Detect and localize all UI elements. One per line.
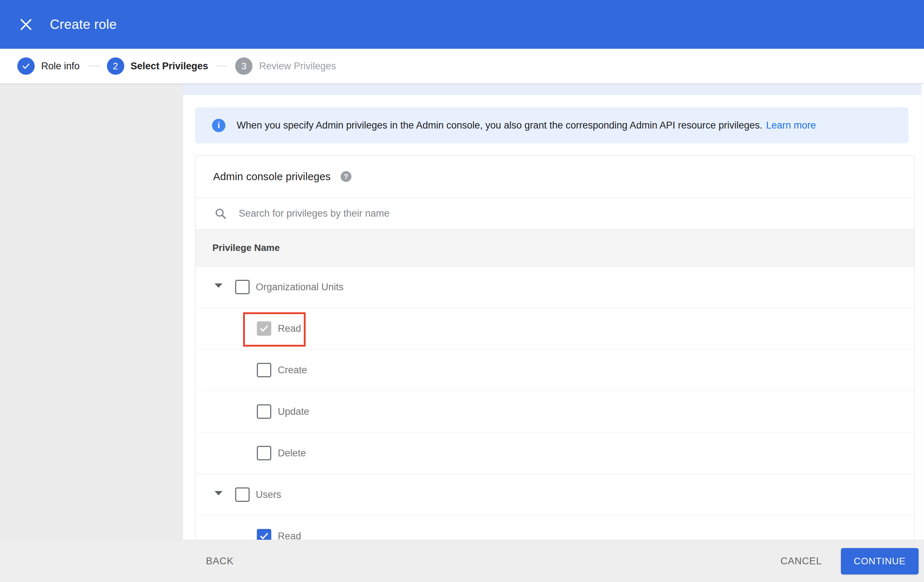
- unchecked-checkbox-users[interactable]: [235, 487, 249, 502]
- step-label: Role info: [41, 61, 80, 72]
- privilege-label: Read: [278, 308, 301, 349]
- learn-more-link[interactable]: Learn more: [766, 120, 816, 131]
- info-banner-text: When you specify Admin privileges in the…: [237, 120, 762, 131]
- checked-checkbox-read[interactable]: [257, 529, 271, 540]
- info-banner: i When you specify Admin privileges in t…: [195, 107, 909, 143]
- privilege-table-header: Privilege Name: [195, 230, 914, 267]
- help-icon[interactable]: ?: [341, 171, 351, 182]
- unchecked-checkbox-create[interactable]: [257, 363, 271, 377]
- privilege-search-row: [195, 198, 914, 230]
- column-header-privilege-name: Privilege Name: [213, 242, 280, 254]
- card-title: Admin console privileges: [213, 171, 331, 183]
- cancel-button[interactable]: CANCEL: [780, 540, 822, 582]
- privilege-row-organizational-units: Organizational Units: [195, 267, 914, 308]
- admin-privileges-card: Admin console privileges ? Privilege Nam…: [195, 155, 915, 540]
- privilege-row-update: Update: [195, 391, 914, 432]
- check-icon: [258, 530, 270, 540]
- checked-checkbox-read[interactable]: [257, 322, 271, 336]
- privilege-label: Users: [256, 474, 281, 515]
- dialog-footer: BACK CANCEL CONTINUE: [0, 540, 924, 582]
- expand-caret-icon[interactable]: [214, 491, 223, 495]
- privilege-row-users: Users: [195, 474, 914, 516]
- card-title-row: Admin console privileges ?: [195, 156, 914, 198]
- step-connector: [216, 66, 227, 66]
- search-icon: [214, 207, 227, 220]
- privilege-row-delete: Delete: [195, 432, 914, 474]
- unchecked-checkbox-update[interactable]: [257, 404, 271, 419]
- step-number: 3: [235, 58, 252, 75]
- step-connector: [88, 66, 99, 66]
- check-icon: [258, 323, 270, 334]
- privilege-label: Update: [278, 391, 309, 432]
- close-icon[interactable]: [18, 16, 34, 33]
- privilege-row-read: Read: [195, 308, 914, 350]
- left-panel: [0, 84, 183, 540]
- privilege-label: Read: [278, 516, 301, 540]
- privilege-label: Create: [278, 350, 307, 391]
- continue-button[interactable]: CONTINUE: [841, 548, 919, 574]
- info-icon: i: [212, 119, 225, 132]
- unchecked-checkbox-delete[interactable]: [257, 446, 271, 460]
- privilege-row-create: Create: [195, 350, 914, 391]
- privilege-row-read: Read: [195, 516, 914, 540]
- expand-caret-icon[interactable]: [214, 284, 223, 288]
- step-select-privileges[interactable]: 2 Select Privileges: [107, 58, 208, 75]
- privilege-label: Organizational Units: [256, 267, 343, 308]
- scrolled-content-strip: [183, 84, 921, 95]
- main-content: i When you specify Admin privileges in t…: [183, 84, 924, 540]
- scrollbar-track: [921, 84, 924, 540]
- privilege-search-input[interactable]: [238, 208, 817, 219]
- stepper: Role info 2 Select Privileges 3 Review P…: [0, 49, 924, 84]
- create-role-dialog: Create role Role info 2 Select Privilege…: [0, 0, 924, 582]
- step-role-info[interactable]: Role info: [17, 58, 80, 75]
- privilege-label: Delete: [278, 432, 306, 474]
- step-complete-check-icon: [17, 58, 35, 75]
- step-number: 2: [107, 58, 124, 75]
- page-title: Create role: [50, 17, 117, 32]
- dialog-header: Create role: [0, 0, 924, 49]
- back-button[interactable]: BACK: [206, 540, 234, 582]
- step-label: Review Privileges: [259, 61, 336, 72]
- privilege-rows: Organizational UnitsReadCreateUpdateDele…: [195, 267, 914, 540]
- step-label: Select Privileges: [131, 61, 208, 72]
- step-review-privileges: 3 Review Privileges: [235, 58, 336, 75]
- close-x-glyph: [19, 18, 33, 31]
- unchecked-checkbox-organizational-units[interactable]: [235, 280, 249, 294]
